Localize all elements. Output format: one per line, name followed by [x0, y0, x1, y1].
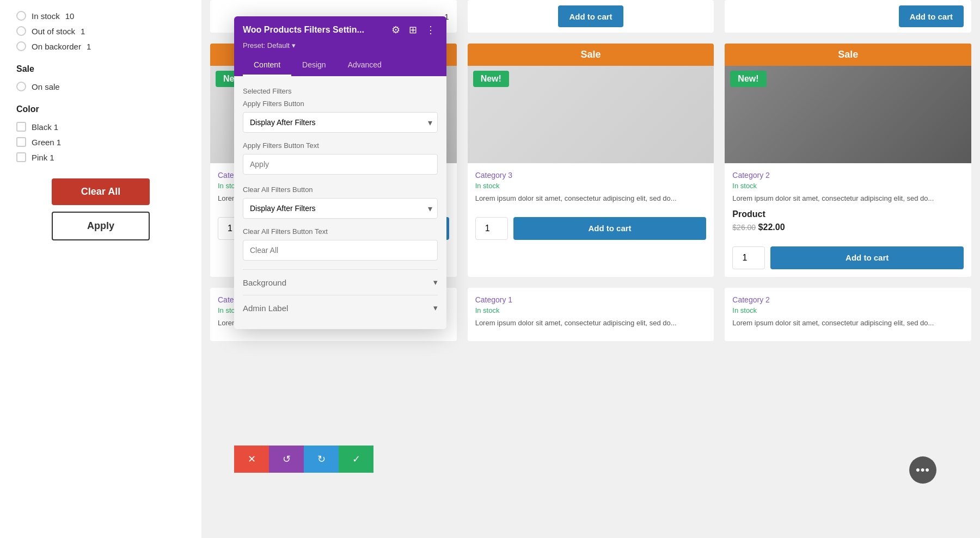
color-filter-black[interactable]: Black 1: [16, 122, 185, 132]
panel-more-icon-btn[interactable]: ⋮: [424, 23, 438, 37]
color-filter-section: Color Black 1 Green 1 Pink 1: [16, 104, 185, 162]
bottom-info-2: Category 1 In stock Lorem ipsum dolor si…: [468, 288, 714, 342]
product-name-3: Product: [732, 209, 964, 219]
in-stock-label: In stock: [32, 11, 60, 21]
toolbar-undo-btn[interactable]: ↺: [269, 446, 304, 473]
product-image-wrapper-2: Sale New!: [468, 44, 714, 163]
panel-title: Woo Products Filters Settin...: [243, 25, 364, 35]
on-sale-filter[interactable]: On sale: [16, 82, 185, 91]
new-badge-3: New!: [730, 71, 766, 87]
toolbar-redo-btn[interactable]: ↻: [304, 446, 339, 473]
out-of-stock-label: Out of stock: [32, 27, 75, 36]
on-backorder-checkbox[interactable]: [16, 41, 26, 51]
on-backorder-filter[interactable]: On backorder 1: [16, 41, 185, 51]
add-to-cart-btn-3[interactable]: Add to cart: [770, 246, 964, 269]
apply-filters-select[interactable]: Display After Filters Display Before Fil…: [243, 112, 438, 133]
sale-filter-section: Sale On sale: [16, 64, 185, 91]
product-image-wrapper-3: Sale New!: [725, 44, 971, 163]
product-category-2: Category 3: [475, 171, 707, 180]
product-info-2: Category 3 In stock Lorem ipsum dolor si…: [468, 163, 714, 217]
toolbar-confirm-btn[interactable]: ✓: [339, 446, 373, 473]
settings-panel: Woo Products Filters Settin... ⚙ ⊞ ⋮ Pre…: [234, 16, 446, 329]
tab-content[interactable]: Content: [243, 55, 291, 76]
green-swatch: [16, 137, 26, 147]
panel-preset[interactable]: Preset: Default ▾: [243, 41, 438, 50]
clear-all-text-label: Clear All Filters Button Text: [243, 227, 438, 236]
clear-all-text-input[interactable]: [243, 240, 438, 261]
out-of-stock-checkbox[interactable]: [16, 26, 26, 36]
check-icon: ✓: [352, 453, 360, 465]
clear-all-select-wrapper: Display After Filters Display Before Fil…: [243, 198, 438, 219]
bottom-desc-3: Lorem ipsum dolor sit amet, consectetur …: [732, 318, 964, 329]
bottom-info-3: Category 2 In stock Lorem ipsum dolor si…: [725, 288, 971, 342]
out-of-stock-filter[interactable]: Out of stock 1: [16, 26, 185, 36]
sale-banner-2: Sale: [468, 44, 714, 66]
fab-dots-icon: •••: [916, 463, 930, 477]
pink-label: Pink 1: [32, 153, 54, 162]
top-right-add-to-cart-btn[interactable]: Add to cart: [899, 5, 964, 27]
panel-tabs: Content Design Advanced: [243, 55, 438, 76]
product-card-3: Sale New! Category 2 In stock Lorem ipsu…: [725, 44, 971, 277]
qty-input-3[interactable]: [732, 246, 765, 269]
color-section-title: Color: [16, 104, 185, 114]
top-card-right: Add to cart: [725, 0, 971, 33]
black-swatch: [16, 122, 26, 132]
bottom-status-2: In stock: [475, 306, 707, 314]
green-label: Green 1: [32, 138, 61, 147]
bottom-card-2: Category 1 In stock Lorem ipsum dolor si…: [468, 288, 714, 342]
bottom-desc-2: Lorem ipsum dolor sit amet, consectetur …: [475, 318, 707, 329]
clear-all-button[interactable]: Clear All: [52, 178, 150, 205]
on-sale-checkbox[interactable]: [16, 82, 26, 91]
product-desc-3: Lorem ipsum dolor sit amet, consectetur …: [732, 193, 964, 204]
tab-design[interactable]: Design: [291, 55, 337, 76]
panel-expand-icon-btn[interactable]: ⊞: [407, 23, 419, 37]
new-badge-2: New!: [473, 71, 509, 87]
product-card-2: Sale New! Category 3 In stock Lorem ipsu…: [468, 44, 714, 277]
bottom-category-3: Category 2: [732, 295, 964, 304]
background-collapsible[interactable]: Background ▾: [243, 269, 438, 295]
filter-sidebar: In stock 10 Out of stock 1 On backorder …: [0, 0, 201, 538]
sale-banner-3: Sale: [725, 44, 971, 66]
apply-filters-select-wrapper: Display After Filters Display Before Fil…: [243, 112, 438, 133]
admin-label-collapsible[interactable]: Admin Label ▾: [243, 295, 438, 320]
on-backorder-count: 1: [87, 42, 91, 51]
close-icon: ✕: [248, 453, 256, 465]
panel-settings-icon-btn[interactable]: ⚙: [389, 23, 402, 37]
tab-advanced[interactable]: Advanced: [337, 55, 393, 76]
bottom-toolbar: ✕ ↺ ↻ ✓: [234, 446, 373, 473]
in-stock-count: 10: [65, 11, 75, 21]
black-label: Black 1: [32, 122, 58, 132]
selected-filters-label: Selected Filters: [243, 87, 438, 95]
stock-filter-section: In stock 10 Out of stock 1 On backorder …: [16, 11, 185, 51]
admin-label: Admin Label: [243, 304, 288, 313]
panel-header-icons: ⚙ ⊞ ⋮: [389, 23, 438, 37]
clear-all-filters-btn-label: Clear All Filters Button: [243, 185, 438, 194]
in-stock-checkbox[interactable]: [16, 11, 26, 21]
color-filter-pink[interactable]: Pink 1: [16, 152, 185, 162]
on-sale-label: On sale: [32, 82, 60, 91]
apply-button[interactable]: Apply: [52, 212, 150, 240]
product-desc-2: Lorem ipsum dolor sit amet, consectetur …: [475, 193, 707, 204]
in-stock-filter[interactable]: In stock 10: [16, 11, 185, 21]
out-of-stock-count: 1: [81, 27, 85, 36]
redo-icon: ↻: [317, 453, 326, 465]
pink-swatch: [16, 152, 26, 162]
color-filter-green[interactable]: Green 1: [16, 137, 185, 147]
product-price-3: $26.00 $22.00: [732, 222, 964, 232]
price-new-3: $22.00: [758, 222, 785, 232]
add-to-cart-btn-2[interactable]: Add to cart: [513, 217, 707, 240]
background-label: Background: [243, 278, 286, 287]
panel-body: Selected Filters Apply Filters Button Di…: [234, 76, 446, 329]
toolbar-close-btn[interactable]: ✕: [234, 446, 269, 473]
apply-filters-text-input[interactable]: [243, 154, 438, 175]
product-status-3: In stock: [732, 182, 964, 190]
product-category-3: Category 2: [732, 171, 964, 180]
qty-input-2[interactable]: [475, 217, 508, 240]
top-add-to-cart-btn[interactable]: Add to cart: [558, 5, 623, 27]
clear-all-select[interactable]: Display After Filters Display Before Fil…: [243, 198, 438, 219]
price-old-3: $26.00: [732, 223, 756, 232]
product-footer-3: Add to cart: [725, 246, 971, 277]
apply-filters-btn-label: Apply Filters Button: [243, 100, 438, 108]
product-info-3: Category 2 In stock Lorem ipsum dolor si…: [725, 163, 971, 246]
floating-action-button[interactable]: •••: [909, 456, 936, 484]
